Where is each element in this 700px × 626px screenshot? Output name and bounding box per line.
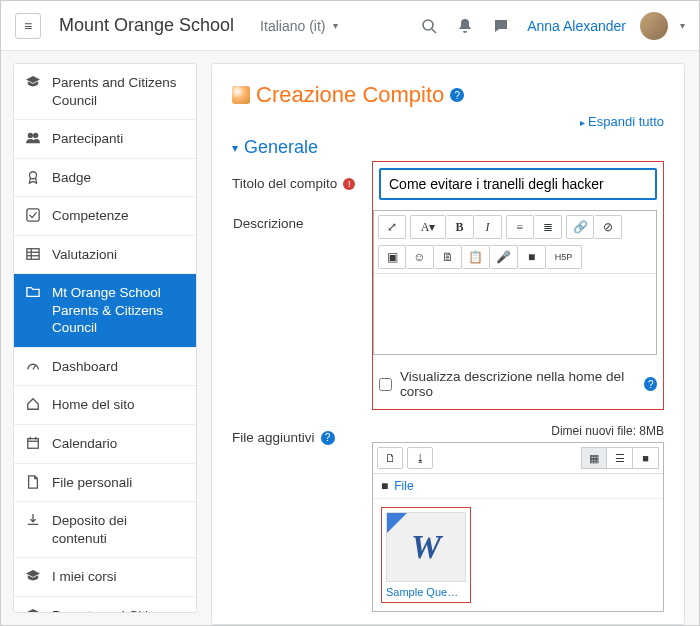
svg-rect-11 [28,439,39,449]
toolbar-mic-icon[interactable]: 🎤 [490,245,518,269]
show-description-checkbox[interactable] [379,378,392,391]
language-selector[interactable]: Italiano (it) ▾ [260,18,338,34]
file-icon [26,475,42,489]
toolbar-doc-icon[interactable]: 🗎 [434,245,462,269]
sidebar-item[interactable]: Parents and Citizens Council [14,597,196,613]
sidebar-item[interactable]: Valutazioni [14,236,196,275]
page-title: Creazione Compito ? [232,82,664,108]
expand-all-link[interactable]: Espandi tutto [232,114,664,129]
graduation-icon [26,569,42,583]
toolbar-bold-icon[interactable]: B [446,215,474,239]
svg-rect-5 [27,209,39,221]
tach-icon [26,359,42,373]
section-general[interactable]: Generale [232,137,664,158]
toolbar-image-icon[interactable]: ▣ [378,245,406,269]
help-icon[interactable]: ? [644,377,657,391]
breadcrumb-link[interactable]: File [394,479,413,493]
breadcrumb: ■ File [373,474,663,499]
title-label: Titolo del compito ! [232,170,372,191]
file-size-limit: Dimei nuovi file: 8MB [372,424,664,438]
toolbar-emoji-icon[interactable]: ☺ [406,245,434,269]
calendar-icon [26,436,42,450]
word-doc-icon: W [386,512,466,582]
svg-point-0 [423,20,433,30]
svg-point-4 [30,171,37,178]
graduation-icon [26,75,42,89]
toolbar-paste-icon[interactable]: 📋 [462,245,490,269]
badge-icon [26,170,42,184]
table-icon [26,247,42,261]
files-label: File aggiuntivi ? [232,424,372,445]
users-icon [26,131,42,145]
toolbar-ol-icon[interactable]: ≣ [534,215,562,239]
sidebar-item[interactable]: Mt Orange School Parents & Citizens Coun… [14,274,196,348]
svg-rect-6 [27,248,39,259]
sidebar-item[interactable]: Deposito dei contenuti [14,502,196,558]
description-textarea[interactable] [374,274,656,354]
assignment-icon [232,86,250,104]
chat-icon[interactable] [487,18,515,34]
file-item[interactable]: W Sample Que… [381,507,471,603]
description-editor[interactable]: ⤢ A▾ B I ≡ ≣ [373,210,657,355]
add-file-button[interactable]: 🗋 [377,447,403,469]
list-view-button[interactable]: ☰ [607,447,633,469]
toolbar-italic-icon[interactable]: I [474,215,502,239]
svg-line-1 [432,29,436,33]
user-menu-caret[interactable]: ▾ [680,20,685,31]
download-icon [26,513,42,527]
tree-view-button[interactable]: ■ [633,447,659,469]
avatar[interactable] [640,12,668,40]
file-manager: 🗋 ⭳ ▦ ☰ ■ ■ File [372,442,664,612]
sidebar-item[interactable]: Dashboard [14,348,196,387]
toolbar-ul-icon[interactable]: ≡ [506,215,534,239]
svg-line-10 [33,365,36,369]
folder-icon: ■ [381,479,388,493]
toolbar-link-icon[interactable]: 🔗 [566,215,594,239]
grid-view-button[interactable]: ▦ [581,447,607,469]
sidebar-item[interactable]: File personali [14,464,196,503]
bell-icon[interactable] [451,18,479,34]
help-icon[interactable]: ? [321,431,335,445]
sidebar-item[interactable]: Parents and Citizens Council [14,64,196,120]
sidebar-item[interactable]: Calendario [14,425,196,464]
required-icon: ! [343,178,355,190]
download-button[interactable]: ⭳ [407,447,433,469]
sidebar-item[interactable]: Partecipanti [14,120,196,159]
description-label: Descrizione [233,210,373,231]
sidebar-item[interactable]: Competenze [14,197,196,236]
sidebar-item[interactable]: Home del sito [14,386,196,425]
home-icon [26,397,42,411]
hamburger-menu[interactable]: ≡ [15,13,41,39]
search-icon[interactable] [415,18,443,34]
graduation-icon [26,608,42,613]
brand-title: Mount Orange School [59,15,234,36]
toolbar-video-icon[interactable]: ■ [518,245,546,269]
user-name[interactable]: Anna Alexander [527,18,626,34]
toolbar-h5p-icon[interactable]: H5P [546,245,582,269]
assignment-title-input[interactable] [379,168,657,200]
toolbar-expand-icon[interactable]: ⤢ [378,215,406,239]
show-description-label: Visualizza descrizione nella home del co… [400,369,636,399]
chevron-down-icon: ▾ [333,20,338,31]
toolbar-font-icon[interactable]: A▾ [410,215,446,239]
folder-icon [26,285,42,299]
svg-point-3 [33,133,38,138]
sidebar-item[interactable]: Badge [14,159,196,198]
check-icon [26,208,42,222]
toolbar-unlink-icon[interactable]: ⊘ [594,215,622,239]
help-icon[interactable]: ? [450,88,464,102]
sidebar-item[interactable]: I miei corsi [14,558,196,597]
svg-point-2 [28,133,33,138]
file-name: Sample Que… [386,586,466,598]
